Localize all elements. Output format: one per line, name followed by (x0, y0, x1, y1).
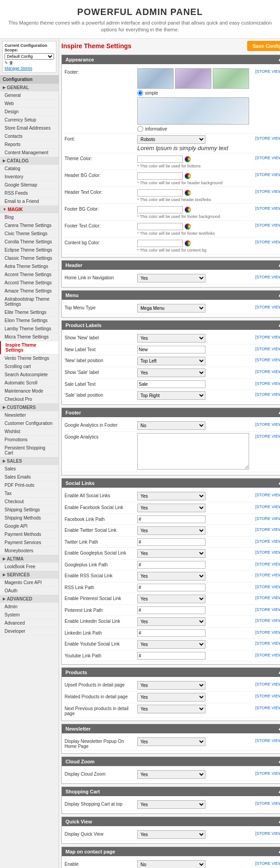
sidebar-item[interactable]: Catalog (0, 165, 59, 173)
sidebar-item[interactable]: Inspire Theme Settings (0, 341, 59, 354)
enable-gp-store-link[interactable]: [STORE VIEW] (255, 550, 280, 555)
product-labels-section-header[interactable]: Product Labels ▲ (62, 321, 280, 330)
upsell-store-link[interactable]: [STORE VIEW] (255, 682, 280, 686)
social-links-section-header[interactable]: Social Links ▲ (62, 479, 280, 488)
map-enable-select[interactable]: NoYes (137, 860, 205, 868)
gp-path-store-link[interactable]: [STORE VIEW] (255, 562, 280, 566)
sidebar-item[interactable]: Moneybooters (0, 547, 59, 555)
show-new-select[interactable]: YesNo (137, 334, 205, 343)
theme-color-box[interactable] (137, 156, 183, 163)
enable-gp-select[interactable]: YesNo (137, 549, 205, 558)
cloud-zoom-store-link[interactable]: [STORE VIEW] (255, 771, 280, 776)
sidebar-item[interactable]: Elion Theme Settings (0, 317, 59, 325)
enable-pin-select[interactable]: YesNo (137, 595, 205, 603)
sidebar-item[interactable]: Amaze Theme Settings (0, 287, 59, 295)
sidebar-item[interactable]: Scrolling cart (0, 363, 59, 371)
sidebar-item[interactable]: Design (0, 108, 59, 116)
sidebar-item[interactable]: Wishlist (0, 428, 59, 436)
sidebar-item[interactable]: System (0, 611, 59, 619)
sidebar-item[interactable]: Vento Theme Settings (0, 354, 59, 363)
sidebar-item[interactable]: Advanced (0, 619, 59, 627)
sidebar-item[interactable]: Shipping Methods (0, 514, 59, 522)
show-sale-select[interactable]: YesNo (137, 368, 205, 377)
scope-select[interactable]: Default Config (5, 53, 54, 60)
new-label-text-store-link[interactable]: [STORE VIEW] (255, 347, 280, 351)
scope-icon-edit[interactable]: ✎ (5, 61, 8, 65)
footer-text-store-link[interactable]: [STORE VIEW] (255, 223, 280, 227)
radio-informative-label[interactable]: informative (137, 126, 249, 132)
sidebar-item[interactable]: Carera Theme Settings (0, 222, 59, 230)
footer-store-link[interactable]: [STORE VIEW] (255, 69, 280, 74)
content-bg-store-link[interactable]: [STORE VIEW] (255, 240, 280, 244)
header-section-header[interactable]: Header ▲ (62, 261, 280, 270)
sidebar-item[interactable]: Classic Theme Settings (0, 254, 59, 262)
sidebar-section-header-catalog[interactable]: ▶ CATALOG (0, 157, 59, 165)
sidebar-item[interactable]: Sales Emails (0, 473, 59, 481)
sidebar-item[interactable]: Maintenance Mode (0, 387, 59, 395)
ga-store-link[interactable]: [STORE VIEW] (255, 434, 280, 439)
sidebar-item[interactable]: Corolla Theme Settings (0, 238, 59, 246)
enable-yt-select[interactable]: YesNo (137, 640, 205, 649)
sidebar-item[interactable]: Elite Theme Settings (0, 308, 59, 317)
shopping-cart-section-header[interactable]: Shopping Cart ▲ (62, 787, 280, 796)
header-text-box[interactable] (137, 189, 183, 197)
sidebar-item[interactable]: Magento Core API (0, 579, 59, 587)
shopping-cart-top-select[interactable]: YesNo (137, 800, 205, 809)
theme-color-store-link[interactable]: [STORE VIEW] (255, 156, 280, 160)
related-store-link[interactable]: [STORE VIEW] (255, 694, 280, 698)
enable-fb-store-link[interactable]: [STORE VIEW] (255, 505, 280, 509)
sidebar-item[interactable]: Blog (0, 213, 59, 222)
li-path-store-link[interactable]: [STORE VIEW] (255, 630, 280, 635)
sidebar-section-header-customers[interactable]: ▶ CUSTOMERS (0, 404, 59, 411)
tw-path-store-link[interactable]: [STORE VIEW] (255, 539, 280, 544)
header-bg-box[interactable] (137, 172, 183, 180)
sidebar-item[interactable]: Civic Theme Settings (0, 230, 59, 238)
content-bg-circle[interactable] (185, 240, 191, 247)
sidebar-item[interactable]: Sales (0, 465, 59, 473)
map-section-header[interactable]: Map on contact page ▲ (62, 847, 280, 856)
sidebar-item[interactable]: Micra Theme Settings (0, 333, 59, 341)
pin-path-input[interactable] (137, 606, 205, 614)
enable-li-store-link[interactable]: [STORE VIEW] (255, 618, 280, 623)
enable-yt-store-link[interactable]: [STORE VIEW] (255, 641, 280, 646)
quick-view-select[interactable]: YesNo (137, 830, 205, 839)
ga-footer-store-link[interactable]: [STORE VIEW] (255, 422, 280, 427)
sidebar-item[interactable]: Accord Theme Settings (0, 279, 59, 287)
sidebar-section-header-sales[interactable]: ▶ SALES (0, 457, 59, 465)
shopping-cart-top-store-link[interactable]: [STORE VIEW] (255, 801, 280, 806)
cloud-zoom-section-header[interactable]: Cloud Zoom ▲ (62, 757, 280, 766)
sidebar-item[interactable]: Google Sitemap (0, 181, 59, 189)
sidebar-section-header-magik[interactable]: ▼ MAGIK (0, 206, 59, 213)
fb-path-input[interactable] (137, 515, 205, 523)
enable-tw-select[interactable]: YesNo (137, 526, 205, 535)
sidebar-section-header-services[interactable]: ▶ SERVICES (0, 571, 59, 579)
enable-pin-store-link[interactable]: [STORE VIEW] (255, 595, 280, 600)
sidebar-item[interactable]: Astra Theme Settings (0, 262, 59, 271)
manage-stores-link[interactable]: Manage Stores (5, 66, 54, 71)
sidebar-item[interactable]: Currency Setup (0, 116, 59, 124)
newsletter-popup-select[interactable]: YesNo (137, 737, 205, 746)
li-path-input[interactable] (137, 629, 205, 637)
sale-label-text-store-link[interactable]: [STORE VIEW] (255, 381, 280, 386)
enable-li-select[interactable]: YesNo (137, 617, 205, 626)
sidebar-item[interactable]: Search Autocomplete (0, 371, 59, 379)
sidebar-item[interactable]: PDF Print-outs (0, 481, 59, 490)
header-bg-circle[interactable] (185, 173, 191, 179)
sidebar-item[interactable]: Contacts (0, 132, 59, 141)
upsell-select[interactable]: YesNo (137, 681, 205, 690)
sidebar-item[interactable]: Reports (0, 141, 59, 149)
radio-simple-label[interactable]: simple (137, 90, 249, 96)
yt-path-input[interactable] (137, 652, 205, 660)
sale-label-position-store-link[interactable]: [STORE VIEW] (255, 392, 280, 397)
footer-bg-box[interactable] (137, 206, 183, 213)
sale-label-text-input[interactable] (137, 380, 205, 388)
gp-path-input[interactable] (137, 561, 205, 569)
sidebar-section-header-general[interactable]: ▶ GENERAL (0, 84, 59, 91)
show-new-store-link[interactable]: [STORE VIEW] (255, 335, 280, 339)
fb-path-store-link[interactable]: [STORE VIEW] (255, 516, 280, 521)
ga-textarea[interactable] (137, 433, 249, 469)
sidebar-item[interactable]: Developer (0, 627, 59, 636)
sidebar-item[interactable]: Email to a Friend (0, 197, 59, 206)
enable-rss-select[interactable]: YesNo (137, 572, 205, 580)
sidebar-item[interactable]: Persistent Shopping Cart (0, 444, 59, 457)
